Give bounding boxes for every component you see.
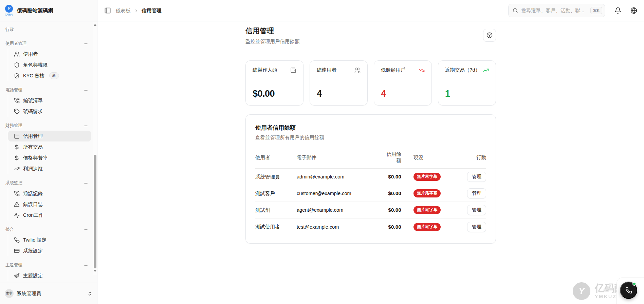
sidebar-section-header: 系統監控 (3, 178, 91, 188)
alert-triangle-icon (14, 202, 20, 207)
sidebar-item-error-logs[interactable]: 錯誤日誌 (8, 199, 91, 210)
stat-card-0: 總製作人頭$0.00 (245, 60, 303, 106)
sidebar-header: Y 亿码酷站 億碼酷站源碼網 (0, 0, 97, 21)
users-icon (14, 51, 20, 57)
manage-button[interactable]: 管理 (467, 222, 486, 232)
sidebar-item-theme[interactable]: 主題設定 (8, 270, 91, 281)
logo-subtext: 亿码酷站 (5, 13, 13, 16)
scrollbar-thumb[interactable] (94, 155, 96, 268)
sidebar-item-roles[interactable]: 角色與權限 (8, 59, 91, 70)
sidebar-item-label: Cron工作 (23, 212, 43, 218)
collapse-minus-icon[interactable] (84, 41, 88, 46)
dollar-icon (14, 155, 20, 161)
credit-card-icon (14, 248, 20, 254)
activity-icon (14, 212, 20, 218)
chevron-right-icon (134, 8, 139, 13)
stat-cards-row: 總製作人頭$0.00總使用者4低餘額用戶4近期交易（7d）1 (245, 60, 496, 106)
sidebar-item-profit[interactable]: 利潤追蹤 (8, 163, 91, 174)
collapse-minus-icon[interactable] (84, 124, 88, 128)
table-title: 使用者信用餘額 (255, 124, 486, 132)
sidebar-section-header: 使用者管理 (3, 39, 91, 49)
sidebar-item-pricing[interactable]: 價格與費率 (8, 152, 91, 163)
sidebar-item-call-logs[interactable]: 通話記錄 (8, 188, 91, 199)
phone-icon (625, 287, 632, 294)
logo: Y 亿码酷站 (4, 5, 14, 16)
cell-email: test@example.com (297, 224, 382, 230)
table-row: 測試客戶customer@example.com$0.00無片尾字幕管理 (255, 185, 486, 202)
cell-user: 測試使用者 (255, 224, 297, 230)
collapse-minus-icon[interactable] (84, 181, 88, 186)
sidebar-item-users[interactable]: 使用者 (8, 49, 91, 59)
cell-action: 管理 (462, 222, 486, 232)
search-box[interactable]: ⌘K (508, 4, 605, 17)
help-button[interactable] (483, 29, 496, 42)
cell-status: 無片尾字幕 (401, 189, 462, 197)
stat-card-label: 近期交易（7d） (445, 67, 480, 73)
search-input[interactable] (521, 8, 587, 13)
sidebar-user-menu[interactable]: 南非 系統管理員 (0, 283, 97, 304)
manage-button[interactable]: 管理 (467, 205, 486, 215)
main-area: 儀表板 信用管理 ⌘K 信用管理 監控並管理用戶信用餘額 (97, 0, 644, 304)
sidebar-section: 行政 (3, 25, 91, 35)
cell-user: 系統管理員 (255, 174, 297, 180)
breadcrumb-current: 信用管理 (142, 7, 162, 14)
wallet-icon (14, 133, 20, 139)
cell-email: admin@example.com (297, 174, 382, 179)
search-icon (513, 8, 518, 13)
sidebar-section-label: 系統監控 (5, 180, 22, 186)
sidebar-item-label: 系統設定 (23, 248, 43, 254)
manage-button[interactable]: 管理 (467, 172, 486, 182)
manage-button[interactable]: 管理 (467, 188, 486, 198)
collapse-minus-icon[interactable] (84, 263, 88, 268)
stat-card-2: 低餘額用戶4 (374, 60, 432, 106)
sidebar-item-twilio[interactable]: Twilio 設定 (8, 234, 91, 245)
sidebar-section-items: 通話記錄錯誤日誌Cron工作 (8, 188, 91, 221)
user-credit-card: 使用者信用餘額 查看並管理所有用戶的信用餘額 使用者 電子郵件 信用餘額 現況 … (245, 114, 496, 244)
collapse-minus-icon[interactable] (84, 88, 88, 93)
sidebar-item-number-list[interactable]: 編號清單 (8, 95, 91, 106)
sidebar-scrollbar[interactable] (93, 22, 97, 275)
phone-call-button[interactable] (620, 282, 637, 299)
sidebar-section-header: 主題管理 (3, 260, 91, 270)
cell-email: customer@example.com (297, 191, 382, 196)
trending-down-icon (419, 67, 425, 73)
sidebar-item-system-settings[interactable]: 系統設定 (8, 245, 91, 256)
phone-icon (14, 237, 20, 243)
phone-call-icon (14, 191, 20, 196)
cell-email: agent@example.com (297, 207, 382, 213)
sidebar-section: 財務管理信用管理所有交易價格與費率利潤追蹤 (3, 121, 91, 174)
stat-card-value: 4 (317, 89, 361, 99)
stat-card-value: $0.00 (253, 89, 296, 99)
cell-user: 測試客戶 (255, 190, 297, 197)
sidebar-item-credit[interactable]: 信用管理 (8, 131, 91, 141)
sidebar-item-kyc[interactable]: KYC 審核新 (8, 70, 91, 81)
column-header-user: 使用者 (255, 154, 297, 161)
table-row: 測試劑agent@example.com$0.00無片尾字幕管理 (255, 202, 486, 218)
sidebar-section: 整合Twilio 設定系統設定 (3, 225, 91, 256)
cell-balance: $0.00 (382, 224, 401, 230)
phone-incoming-icon (14, 98, 20, 103)
sidebar-item-transactions[interactable]: 所有交易 (8, 141, 91, 152)
bell-icon[interactable] (614, 7, 621, 14)
table-header-row: 使用者 電子郵件 信用餘額 現況 行動 (255, 149, 486, 169)
dollar-icon (14, 144, 20, 150)
globe-icon[interactable] (630, 7, 637, 14)
column-header-action: 行動 (462, 154, 486, 161)
stat-card-label: 總使用者 (317, 67, 336, 73)
trending-up-icon (14, 166, 20, 172)
scroll-up-arrow-icon[interactable] (94, 24, 96, 26)
sidebar-item-cron[interactable]: Cron工作 (8, 210, 91, 221)
table-row: 系統管理員admin@example.com$0.00無片尾字幕管理 (255, 169, 486, 185)
collapse-minus-icon[interactable] (84, 227, 88, 232)
sidebar-item-label: KYC 審核 (23, 73, 44, 79)
scroll-down-arrow-icon[interactable] (94, 270, 96, 272)
sidebar-item-number-request[interactable]: 號碼請求 (8, 106, 91, 117)
sidebar-section-header: 行政 (3, 25, 91, 35)
table-subtitle: 查看並管理所有用戶的信用餘額 (255, 134, 486, 141)
sidebar-toggle-icon[interactable] (104, 7, 111, 14)
stat-card-value: 4 (381, 89, 425, 99)
breadcrumb-dashboard[interactable]: 儀表板 (116, 7, 131, 14)
wallet-icon (290, 67, 296, 73)
logo-icon: Y (5, 5, 13, 13)
cell-status: 無片尾字幕 (401, 206, 462, 214)
